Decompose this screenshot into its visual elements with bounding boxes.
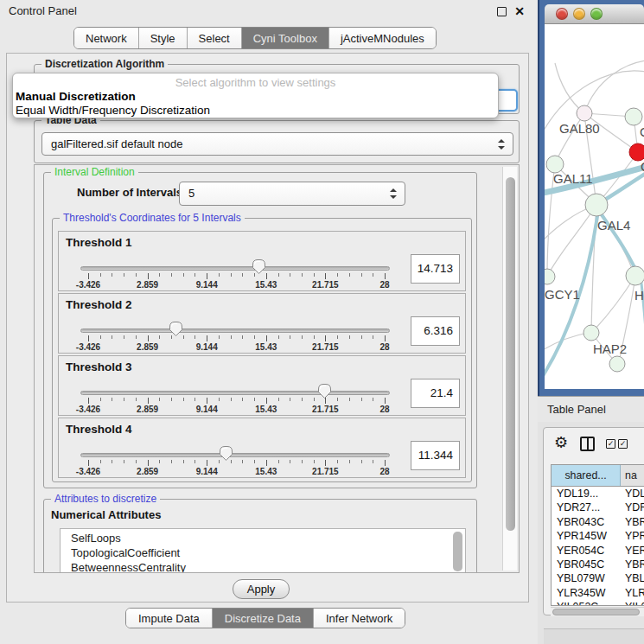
table-cell-name[interactable]: YBR0 [621, 515, 644, 529]
threshold-value-field[interactable]: 6.316 [411, 316, 460, 346]
table-row[interactable]: YPR145WYPR1 [552, 529, 644, 543]
tick-label: 9.144 [196, 405, 218, 414]
threshold-slider-thumb[interactable] [219, 445, 233, 462]
tab-impute-data[interactable]: Impute Data [126, 609, 212, 628]
network-node-hap2[interactable] [583, 325, 599, 341]
tab-style[interactable]: Style [138, 28, 187, 48]
network-node-h[interactable] [626, 266, 644, 285]
table-cell-name[interactable]: YBL0 [621, 571, 644, 585]
network-node-gal11[interactable] [546, 156, 564, 173]
table-cell-shared-name[interactable]: YER054C [552, 544, 621, 558]
checkbox-icon[interactable]: ✓ [606, 439, 615, 449]
table-cell-name[interactable]: YBR0 [621, 558, 644, 571]
table-cell-shared-name[interactable]: YDL19... [552, 487, 621, 501]
node-label-red: C [641, 159, 644, 174]
apply-button[interactable]: Apply [233, 579, 290, 599]
checkbox-icon[interactable]: ✓ [618, 439, 628, 449]
table-cell-shared-name[interactable]: YPR145W [552, 529, 621, 543]
tick-mark [385, 273, 386, 279]
threshold-value-field[interactable]: 21.4 [411, 379, 460, 408]
tab-cyni-toolbox[interactable]: Cyni Toolbox [241, 28, 328, 48]
tab-jactivemnodules[interactable]: jActiveMNodules [328, 28, 436, 48]
table-row[interactable]: YLR345WYLR3 [552, 586, 644, 600]
node-table: shared... na YDL19...YDL1YDR27...YDR2YBR… [551, 464, 644, 606]
table-row[interactable]: YBR043CYBR0 [552, 515, 644, 529]
numerical-attributes-label: Numerical Attributes [51, 508, 161, 521]
table-data-combobox[interactable]: galFiltered.sif default node [41, 132, 513, 156]
network-node-gal4[interactable] [585, 194, 608, 216]
network-node-ga[interactable] [625, 108, 642, 125]
table-row[interactable]: YBL079WYBL0 [552, 571, 644, 585]
column-header-name[interactable]: na [621, 465, 644, 486]
threshold-slider-track[interactable] [80, 266, 390, 271]
threshold-value-field[interactable]: 14.713 [411, 254, 460, 284]
table-cell-shared-name[interactable]: YLR345W [552, 586, 621, 600]
threshold-slider-track[interactable] [80, 328, 390, 333]
table-row[interactable]: YIL052CYIL0 [552, 600, 644, 606]
table-row[interactable]: YDR27...YDR2 [552, 501, 644, 514]
table-cell-shared-name[interactable]: YIL052C [552, 600, 621, 606]
tick-mark [171, 460, 172, 463]
gear-icon[interactable]: ⚙ [554, 433, 568, 452]
column-header-shared-name[interactable]: shared... [552, 465, 621, 486]
tab-discretize-data[interactable]: Discretize Data [212, 609, 313, 628]
table-row[interactable]: YDL19...YDL1 [552, 487, 644, 501]
close-light[interactable] [556, 8, 568, 20]
attribute-item-selfloops[interactable]: SelfLoops [71, 531, 465, 545]
network-edge [584, 61, 644, 113]
node-table-panel: ⚙ ✓ ✓ shared... na YDL19...YDL1YDR27...Y… [543, 427, 644, 615]
table-cell-name[interactable]: YDL1 [621, 487, 644, 501]
table-cell-name[interactable]: YDR2 [621, 501, 644, 514]
tick-mark [207, 460, 207, 466]
node-label-h: H [634, 288, 644, 303]
tab-select[interactable]: Select [187, 28, 241, 48]
float-window-icon[interactable] [497, 7, 507, 16]
threshold-slider-thumb[interactable] [252, 258, 266, 275]
table-row[interactable]: YER054CYER0 [552, 544, 644, 558]
tick-mark [231, 273, 232, 277]
table-cell-shared-name[interactable]: YBL079W [552, 571, 621, 585]
table-cell-name[interactable]: YER0 [621, 544, 644, 558]
table-panel-footer [544, 628, 644, 644]
threshold-slider-thumb[interactable] [169, 321, 183, 337]
zoom-light[interactable] [590, 8, 603, 20]
tab-network[interactable]: Network [74, 28, 138, 48]
algorithm-option-equal-width-frequency-discretization[interactable]: Equal Width/Frequency Discretization [13, 104, 498, 118]
table-cell-shared-name[interactable]: YBR045C [552, 558, 621, 571]
threshold-value-field[interactable]: 11.344 [411, 441, 460, 470]
algorithm-option-manual-discretization[interactable]: Manual Discretization [13, 90, 498, 104]
attribute-item-topologicalcoefficient[interactable]: TopologicalCoefficient [71, 545, 465, 560]
threshold-label: Threshold 3 [66, 360, 132, 373]
panel-scrollbar-thumb[interactable] [506, 177, 515, 531]
table-cell-name[interactable]: YLR3 [621, 586, 644, 600]
network-node-gcy1[interactable] [545, 269, 555, 284]
columns-icon[interactable] [580, 437, 595, 451]
table-cell-name[interactable]: YIL0 [621, 600, 644, 606]
minimize-light[interactable] [573, 8, 585, 20]
tick-mark [302, 273, 303, 277]
network-node-gal80[interactable] [577, 105, 592, 121]
threshold-slider-thumb[interactable] [317, 383, 332, 399]
network-window-titlebar[interactable] [545, 4, 644, 24]
table-hscrollbar-track[interactable] [551, 607, 644, 616]
threshold-slider-track[interactable] [80, 453, 390, 457]
network-view[interactable]: GAL80GACGAL11GAL4GCY1HHAP2 [545, 24, 644, 389]
tick-mark [325, 460, 326, 466]
table-cell-shared-name[interactable]: YDR27... [552, 501, 621, 514]
close-icon[interactable]: ✕ [514, 3, 525, 19]
number-of-intervals-combobox[interactable]: 5 [179, 182, 405, 206]
attribute-item-betweennesscentrality[interactable]: BetweennessCentrality [71, 560, 465, 573]
network-node-red[interactable] [629, 143, 644, 161]
tick-mark [361, 460, 362, 463]
network-edge [555, 63, 584, 113]
table-cell-shared-name[interactable]: YBR043C [552, 515, 621, 529]
table-row[interactable]: YBR045CYBR0 [552, 558, 644, 571]
network-node-b1[interactable] [609, 356, 625, 372]
panel-scrollbar-track[interactable] [502, 167, 517, 571]
threshold-label: Threshold 4 [66, 423, 132, 436]
table-hscrollbar-thumb[interactable] [552, 609, 640, 615]
tab-infer-network[interactable]: Infer Network [313, 609, 405, 628]
list-scrollbar-thumb[interactable] [453, 532, 462, 571]
table-cell-name[interactable]: YPR1 [621, 529, 644, 543]
threshold-slider-track[interactable] [80, 391, 390, 395]
